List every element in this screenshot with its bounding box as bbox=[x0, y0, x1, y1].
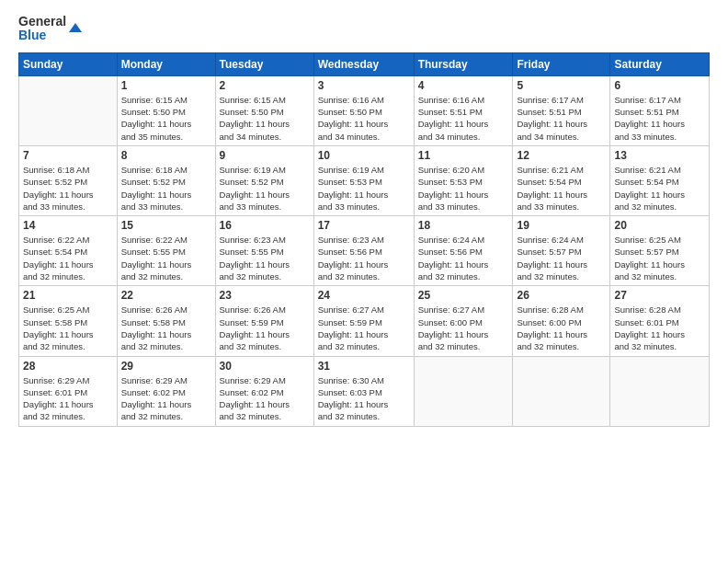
calendar-cell: 8Sunrise: 6:18 AM Sunset: 5:52 PM Daylig… bbox=[117, 145, 215, 215]
week-row-2: 7Sunrise: 6:18 AM Sunset: 5:52 PM Daylig… bbox=[19, 145, 710, 215]
day-number: 20 bbox=[614, 219, 705, 232]
calendar-cell: 13Sunrise: 6:21 AM Sunset: 5:54 PM Dayli… bbox=[610, 145, 710, 215]
calendar-cell: 29Sunrise: 6:29 AM Sunset: 6:02 PM Dayli… bbox=[117, 356, 215, 426]
day-number: 6 bbox=[614, 79, 705, 92]
header-monday: Monday bbox=[117, 52, 215, 75]
logo-blue: Blue bbox=[18, 29, 66, 42]
calendar-header-row: SundayMondayTuesdayWednesdayThursdayFrid… bbox=[19, 52, 710, 75]
calendar-cell: 23Sunrise: 6:26 AM Sunset: 5:59 PM Dayli… bbox=[215, 286, 313, 356]
day-number: 15 bbox=[121, 219, 211, 232]
day-info: Sunrise: 6:22 AM Sunset: 5:55 PM Dayligh… bbox=[121, 234, 211, 282]
calendar-cell: 14Sunrise: 6:22 AM Sunset: 5:54 PM Dayli… bbox=[19, 216, 118, 286]
day-info: Sunrise: 6:25 AM Sunset: 5:57 PM Dayligh… bbox=[614, 234, 705, 282]
page: General Blue SundayMondayTuesdayWednesda… bbox=[0, 0, 728, 563]
calendar-cell: 11Sunrise: 6:20 AM Sunset: 5:53 PM Dayli… bbox=[414, 145, 513, 215]
header-saturday: Saturday bbox=[610, 52, 710, 75]
day-number: 23 bbox=[220, 289, 310, 302]
day-info: Sunrise: 6:16 AM Sunset: 5:50 PM Dayligh… bbox=[318, 94, 410, 143]
calendar-cell: 19Sunrise: 6:24 AM Sunset: 5:57 PM Dayli… bbox=[513, 216, 610, 286]
day-number: 4 bbox=[418, 79, 509, 92]
day-number: 27 bbox=[614, 289, 705, 302]
day-info: Sunrise: 6:28 AM Sunset: 6:01 PM Dayligh… bbox=[614, 304, 705, 352]
calendar-cell: 27Sunrise: 6:28 AM Sunset: 6:01 PM Dayli… bbox=[610, 286, 710, 356]
day-number: 28 bbox=[23, 360, 113, 373]
day-number: 16 bbox=[220, 219, 310, 232]
calendar-cell: 2Sunrise: 6:15 AM Sunset: 5:50 PM Daylig… bbox=[215, 75, 313, 145]
calendar-cell: 21Sunrise: 6:25 AM Sunset: 5:58 PM Dayli… bbox=[19, 286, 118, 356]
week-row-4: 21Sunrise: 6:25 AM Sunset: 5:58 PM Dayli… bbox=[19, 286, 710, 356]
day-info: Sunrise: 6:18 AM Sunset: 5:52 PM Dayligh… bbox=[23, 164, 113, 213]
day-info: Sunrise: 6:24 AM Sunset: 5:56 PM Dayligh… bbox=[418, 234, 509, 282]
day-info: Sunrise: 6:29 AM Sunset: 6:01 PM Dayligh… bbox=[23, 374, 113, 423]
day-number: 2 bbox=[220, 79, 310, 92]
day-info: Sunrise: 6:21 AM Sunset: 5:54 PM Dayligh… bbox=[614, 164, 705, 213]
calendar-cell: 22Sunrise: 6:26 AM Sunset: 5:58 PM Dayli… bbox=[117, 286, 215, 356]
day-info: Sunrise: 6:15 AM Sunset: 5:50 PM Dayligh… bbox=[121, 94, 211, 143]
day-info: Sunrise: 6:19 AM Sunset: 5:53 PM Dayligh… bbox=[318, 164, 410, 213]
header-sunday: Sunday bbox=[19, 52, 118, 75]
calendar-table: SundayMondayTuesdayWednesdayThursdayFrid… bbox=[18, 52, 710, 427]
calendar-cell: 26Sunrise: 6:28 AM Sunset: 6:00 PM Dayli… bbox=[513, 286, 610, 356]
day-info: Sunrise: 6:26 AM Sunset: 5:59 PM Dayligh… bbox=[220, 304, 310, 352]
day-info: Sunrise: 6:23 AM Sunset: 5:55 PM Dayligh… bbox=[220, 234, 310, 282]
day-info: Sunrise: 6:24 AM Sunset: 5:57 PM Dayligh… bbox=[517, 234, 606, 282]
day-info: Sunrise: 6:29 AM Sunset: 6:02 PM Dayligh… bbox=[220, 374, 310, 423]
day-info: Sunrise: 6:26 AM Sunset: 5:58 PM Dayligh… bbox=[121, 304, 211, 352]
day-info: Sunrise: 6:29 AM Sunset: 6:02 PM Dayligh… bbox=[121, 374, 211, 423]
calendar-cell: 5Sunrise: 6:17 AM Sunset: 5:51 PM Daylig… bbox=[513, 75, 610, 145]
calendar-cell: 20Sunrise: 6:25 AM Sunset: 5:57 PM Dayli… bbox=[610, 216, 710, 286]
calendar-cell: 15Sunrise: 6:22 AM Sunset: 5:55 PM Dayli… bbox=[117, 216, 215, 286]
day-info: Sunrise: 6:27 AM Sunset: 6:00 PM Dayligh… bbox=[418, 304, 509, 352]
day-number: 12 bbox=[517, 149, 606, 162]
calendar-cell: 9Sunrise: 6:19 AM Sunset: 5:52 PM Daylig… bbox=[215, 145, 313, 215]
calendar-cell bbox=[610, 356, 710, 426]
day-info: Sunrise: 6:27 AM Sunset: 5:59 PM Dayligh… bbox=[318, 304, 410, 352]
week-row-3: 14Sunrise: 6:22 AM Sunset: 5:54 PM Dayli… bbox=[19, 216, 710, 286]
day-number: 9 bbox=[220, 149, 310, 162]
day-number: 18 bbox=[418, 219, 509, 232]
calendar-cell: 31Sunrise: 6:30 AM Sunset: 6:03 PM Dayli… bbox=[313, 356, 414, 426]
day-info: Sunrise: 6:18 AM Sunset: 5:52 PM Dayligh… bbox=[121, 164, 211, 213]
calendar-cell: 6Sunrise: 6:17 AM Sunset: 5:51 PM Daylig… bbox=[610, 75, 710, 145]
calendar-cell: 12Sunrise: 6:21 AM Sunset: 5:54 PM Dayli… bbox=[513, 145, 610, 215]
day-info: Sunrise: 6:23 AM Sunset: 5:56 PM Dayligh… bbox=[318, 234, 410, 282]
calendar-cell: 3Sunrise: 6:16 AM Sunset: 5:50 PM Daylig… bbox=[313, 75, 414, 145]
calendar-cell: 10Sunrise: 6:19 AM Sunset: 5:53 PM Dayli… bbox=[313, 145, 414, 215]
day-info: Sunrise: 6:15 AM Sunset: 5:50 PM Dayligh… bbox=[220, 94, 310, 143]
day-info: Sunrise: 6:19 AM Sunset: 5:52 PM Dayligh… bbox=[220, 164, 310, 213]
day-number: 24 bbox=[318, 289, 410, 302]
day-info: Sunrise: 6:17 AM Sunset: 5:51 PM Dayligh… bbox=[517, 94, 606, 143]
day-number: 3 bbox=[318, 79, 410, 92]
calendar-cell: 18Sunrise: 6:24 AM Sunset: 5:56 PM Dayli… bbox=[414, 216, 513, 286]
calendar-cell bbox=[414, 356, 513, 426]
day-number: 7 bbox=[23, 149, 113, 162]
week-row-1: 1Sunrise: 6:15 AM Sunset: 5:50 PM Daylig… bbox=[19, 75, 710, 145]
header: General Blue bbox=[18, 15, 710, 43]
calendar-cell: 1Sunrise: 6:15 AM Sunset: 5:50 PM Daylig… bbox=[117, 75, 215, 145]
day-number: 5 bbox=[517, 79, 606, 92]
day-number: 13 bbox=[614, 149, 705, 162]
logo: General Blue bbox=[18, 15, 66, 43]
day-number: 30 bbox=[220, 360, 310, 373]
day-number: 25 bbox=[418, 289, 509, 302]
day-info: Sunrise: 6:28 AM Sunset: 6:00 PM Dayligh… bbox=[517, 304, 606, 352]
calendar-cell bbox=[513, 356, 610, 426]
calendar-cell: 24Sunrise: 6:27 AM Sunset: 5:59 PM Dayli… bbox=[313, 286, 414, 356]
week-row-5: 28Sunrise: 6:29 AM Sunset: 6:01 PM Dayli… bbox=[19, 356, 710, 426]
calendar-cell bbox=[19, 75, 118, 145]
header-thursday: Thursday bbox=[414, 52, 513, 75]
day-number: 17 bbox=[318, 219, 410, 232]
day-info: Sunrise: 6:17 AM Sunset: 5:51 PM Dayligh… bbox=[614, 94, 705, 143]
header-friday: Friday bbox=[513, 52, 610, 75]
day-info: Sunrise: 6:30 AM Sunset: 6:03 PM Dayligh… bbox=[318, 374, 410, 423]
day-number: 22 bbox=[121, 289, 211, 302]
day-number: 26 bbox=[517, 289, 606, 302]
day-number: 19 bbox=[517, 219, 606, 232]
day-info: Sunrise: 6:22 AM Sunset: 5:54 PM Dayligh… bbox=[23, 234, 113, 282]
logo-general: General bbox=[18, 15, 66, 29]
day-number: 14 bbox=[23, 219, 113, 232]
calendar-cell: 25Sunrise: 6:27 AM Sunset: 6:00 PM Dayli… bbox=[414, 286, 513, 356]
day-number: 1 bbox=[121, 79, 211, 92]
day-number: 11 bbox=[418, 149, 509, 162]
calendar-cell: 4Sunrise: 6:16 AM Sunset: 5:51 PM Daylig… bbox=[414, 75, 513, 145]
